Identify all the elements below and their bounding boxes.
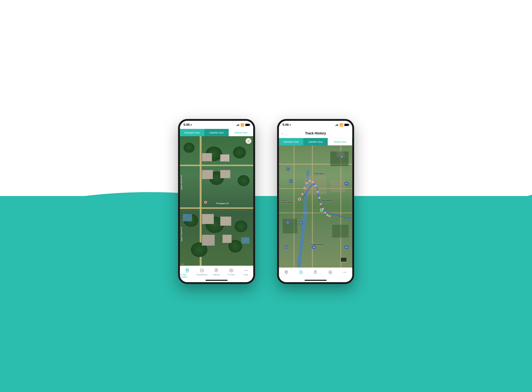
signal-bars-1 [236, 124, 240, 126]
loc-dot-8 [318, 197, 320, 199]
nav2-im-here[interactable] [323, 269, 338, 275]
tab-hybrid-1[interactable]: Hybrid View [229, 129, 253, 136]
loc-dot-11 [324, 212, 326, 213]
svg-point-13 [343, 272, 344, 273]
nav-arrow-1: ➤ [190, 124, 192, 126]
label-springfield: Springfield [322, 199, 333, 202]
nav-arrow-2: ➤ [289, 124, 291, 126]
loc-dot-large-1 [298, 198, 301, 201]
svg-point-5 [244, 270, 245, 271]
nav-label-im-here: I'm Here [227, 274, 235, 276]
view-tabs-1: Standard View Satellite View Hybrid View [180, 129, 253, 136]
loc-dot-13 [329, 215, 331, 217]
nav-label-current-location: Current Location [180, 274, 195, 278]
loc-dot-4 [309, 180, 311, 182]
map-area-2[interactable]: 91 5 90 291 57 91 75 192 192 ChicopeeMem… [279, 145, 352, 267]
bottom-nav-1: Current Location TrackHistory [180, 266, 253, 282]
map-label-upper-church-bot: Upper Church St [181, 227, 183, 241]
svg-point-6 [246, 270, 246, 271]
loc-dot-6 [315, 185, 317, 187]
tab-satellite-2[interactable]: Satellite View [303, 138, 328, 145]
status-bar-2: 5:06 ➤ 📶 [279, 121, 352, 129]
road-h-1 [180, 165, 253, 166]
map-label-upper-church-top: Upper Church St [181, 175, 183, 190]
svg-point-8 [285, 271, 287, 273]
battery-icon-2 [344, 124, 349, 126]
back-header-2: ‹ Track History [279, 129, 352, 138]
nav-label-reports: Reports [213, 274, 220, 276]
svg-point-3 [230, 269, 233, 272]
here-icon-2 [328, 270, 333, 275]
map-area-1[interactable]: 🧭 2nd St Prospect St Upper Church St Upp… [180, 136, 253, 266]
more-icon-2 [343, 270, 347, 275]
svg-point-11 [329, 271, 332, 274]
map-dark-block [341, 258, 346, 261]
nav-current-location[interactable]: Current Location [180, 267, 195, 278]
nav2-reports[interactable] [308, 269, 323, 275]
highway-291: 291 [345, 182, 349, 185]
clock-icon [200, 268, 204, 273]
nav-reports[interactable]: Reports [209, 267, 224, 276]
status-icons-2: 📶 [336, 123, 349, 127]
highway-192-mid: 192 [312, 246, 316, 249]
label-west-springfield: WestSpringfield [283, 199, 293, 204]
nav-label-more: more [243, 274, 248, 276]
loc-dot-2 [304, 187, 306, 189]
loc-dot-12 [327, 214, 328, 216]
more-icon [243, 268, 248, 273]
here-icon [229, 268, 234, 273]
road-h-2 [180, 207, 253, 209]
loc-dot-3 [306, 182, 308, 184]
green-marker [320, 209, 323, 212]
map-label-prospect-st: Prospect St [217, 202, 229, 205]
nav2-current-location[interactable] [279, 269, 294, 275]
loc-dot-5 [312, 181, 314, 183]
nav2-track-history[interactable] [294, 269, 308, 275]
clock-icon-2 [299, 270, 303, 275]
svg-point-4 [231, 270, 232, 271]
nav-im-here[interactable]: I'm Here [224, 267, 238, 276]
location-icon [185, 268, 190, 273]
svg-point-0 [187, 269, 188, 271]
svg-point-12 [330, 272, 331, 273]
tab-standard-2[interactable]: Standard View [279, 138, 303, 145]
svg-point-7 [247, 270, 247, 271]
tab-hybrid-2[interactable]: Hybrid View [328, 138, 352, 145]
map-label-2nd-st: 2nd St [220, 159, 227, 162]
bottom-nav-2 [279, 267, 352, 282]
label-chicopee: Chicopee [314, 172, 324, 175]
highway-5: 5 [286, 167, 289, 171]
compass-1: 🧭 [246, 138, 252, 144]
tab-satellite-1[interactable]: Satellite View [204, 129, 229, 136]
highway-57: 57 [286, 221, 289, 224]
nav2-more[interactable] [338, 269, 352, 275]
nav-track-history[interactable]: TrackHistory [195, 267, 209, 276]
phone-1-device: 5:05 ➤ 📶 [178, 119, 255, 284]
header-title: Track History [305, 131, 326, 135]
label-agawam: Agawam [286, 219, 294, 221]
back-button[interactable]: ‹ [282, 131, 283, 136]
phone-1: 5:05 ➤ 📶 [178, 119, 255, 284]
view-tabs-2: Standard View Satellite View Hybrid View [279, 138, 352, 145]
signal-bars-2 [336, 124, 339, 126]
phone-2-device: 5:06 ➤ 📶 ‹ [277, 119, 354, 284]
svg-point-14 [345, 272, 345, 273]
loc-dot-9 [320, 203, 322, 205]
highway-91-1: 91 [289, 179, 293, 183]
nav-more[interactable]: more [238, 267, 253, 276]
wifi-icon-2: 📶 [340, 123, 343, 127]
svg-point-15 [346, 272, 346, 273]
tab-standard-1[interactable]: Standard View [180, 129, 204, 136]
highway-192-bot: 192 [345, 246, 349, 249]
label-longmeadow: Longmeadow [310, 243, 324, 246]
reports-icon [214, 268, 219, 273]
status-time-1: 5:05 [184, 123, 190, 127]
status-bar-1: 5:05 ➤ 📶 [180, 121, 253, 129]
loc-dot-7 [317, 191, 319, 193]
nav-label-track-history: TrackHistory [196, 274, 207, 276]
wifi-icon-1: 📶 [241, 123, 244, 127]
loc-dot-1 [302, 193, 303, 195]
route-line [279, 145, 352, 267]
label-chicopee-memorial: ChicopeeMemorialState Park [337, 151, 345, 157]
reports-icon-2 [313, 270, 318, 275]
